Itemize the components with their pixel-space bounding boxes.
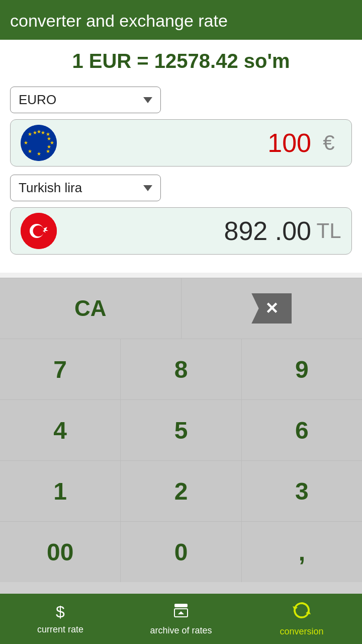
nav-conversion[interactable]: conversion bbox=[241, 594, 362, 644]
nav-archive-rates-label: archive of rates bbox=[150, 625, 212, 636]
from-currency-selector[interactable]: EURO bbox=[10, 87, 161, 113]
eu-flag-icon: ★ ★ ★ ★ ★ ★ ★ ★ ★ ★ ★ ★ bbox=[21, 125, 57, 161]
keypad-row-1: 7 8 9 bbox=[0, 339, 362, 399]
svg-text:★: ★ bbox=[33, 130, 37, 135]
key-2[interactable]: 2 bbox=[121, 461, 241, 521]
keypad-row-2: 4 5 6 bbox=[0, 399, 362, 460]
conversion-icon bbox=[293, 601, 311, 623]
nav-conversion-label: conversion bbox=[280, 626, 323, 637]
key-7[interactable]: 7 bbox=[0, 339, 121, 399]
keypad: CA ✕ 7 8 9 4 5 6 1 2 3 00 0 , bbox=[0, 278, 362, 594]
key-1[interactable]: 1 bbox=[0, 461, 121, 521]
key-4[interactable]: 4 bbox=[0, 400, 121, 460]
key-comma[interactable]: , bbox=[242, 522, 362, 582]
svg-text:★: ★ bbox=[47, 136, 51, 141]
key-8[interactable]: 8 bbox=[121, 339, 241, 399]
svg-marker-22 bbox=[306, 610, 311, 614]
to-currency-symbol: TL bbox=[316, 219, 341, 243]
key-0[interactable]: 0 bbox=[121, 522, 241, 582]
keypad-row-0: CA ✕ bbox=[0, 278, 362, 339]
svg-rect-18 bbox=[174, 604, 188, 607]
key-9[interactable]: 9 bbox=[242, 339, 362, 399]
key-3[interactable]: 3 bbox=[242, 461, 362, 521]
key-6[interactable]: 6 bbox=[242, 400, 362, 460]
clear-all-button[interactable]: CA bbox=[0, 278, 182, 339]
from-amount: 100 bbox=[57, 128, 316, 158]
nav-current-rate-label: current rate bbox=[37, 624, 83, 635]
to-currency-input-box: 892 .00 TL bbox=[10, 207, 352, 255]
svg-text:★: ★ bbox=[41, 130, 45, 135]
app-header: converter and exchange rate bbox=[0, 0, 362, 40]
nav-archive-rates[interactable]: archive of rates bbox=[121, 594, 241, 644]
nav-current-rate[interactable]: $ current rate bbox=[0, 594, 121, 644]
svg-text:★: ★ bbox=[28, 131, 32, 137]
to-currency-selector[interactable]: Turkish lira bbox=[10, 175, 161, 201]
svg-text:★: ★ bbox=[24, 140, 28, 145]
rate-display: 1 EUR = 12578.42 so'm bbox=[0, 40, 362, 82]
tr-flag-icon bbox=[21, 213, 57, 249]
to-currency-chevron-icon bbox=[143, 185, 152, 191]
archive-icon bbox=[173, 602, 189, 622]
bottom-nav: $ current rate archive of rates conversi… bbox=[0, 594, 362, 644]
svg-text:★: ★ bbox=[47, 144, 51, 149]
svg-text:★: ★ bbox=[28, 148, 32, 154]
backspace-button[interactable]: ✕ bbox=[182, 278, 363, 339]
from-currency-input-box: ★ ★ ★ ★ ★ ★ ★ ★ ★ ★ ★ ★ 100 € bbox=[10, 119, 352, 167]
exchange-rate-text: 1 EUR = 12578.42 so'm bbox=[72, 50, 290, 72]
key-5[interactable]: 5 bbox=[121, 400, 241, 460]
keypad-row-3: 1 2 3 bbox=[0, 460, 362, 521]
dollar-icon: $ bbox=[56, 603, 65, 621]
key-00[interactable]: 00 bbox=[0, 522, 121, 582]
currency-section: EURO ★ ★ ★ ★ ★ ★ ★ ★ ★ ★ ★ bbox=[0, 82, 362, 273]
svg-marker-20 bbox=[178, 611, 184, 614]
keypad-row-4: 00 0 , bbox=[0, 521, 362, 582]
from-currency-chevron-icon bbox=[143, 97, 152, 103]
svg-point-15 bbox=[33, 225, 44, 236]
svg-text:★: ★ bbox=[37, 151, 41, 156]
backspace-icon: ✕ bbox=[251, 293, 292, 324]
from-currency-symbol: € bbox=[316, 131, 341, 155]
to-amount: 892 .00 bbox=[57, 216, 316, 246]
from-currency-label: EURO bbox=[19, 92, 139, 108]
to-currency-label: Turkish lira bbox=[19, 180, 139, 196]
app-title: converter and exchange rate bbox=[10, 11, 228, 30]
